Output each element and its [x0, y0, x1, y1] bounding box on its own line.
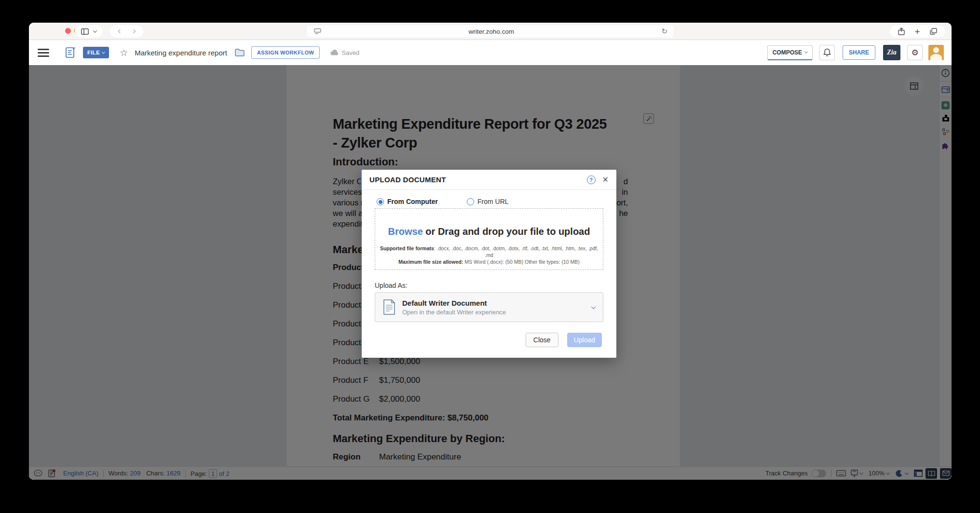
- help-icon[interactable]: ?: [587, 176, 596, 184]
- supported-formats: Supported file formats: .docx, .doc, .do…: [375, 245, 603, 258]
- gear-icon: ⚙: [911, 48, 918, 58]
- dropdown-chevron-icon: [591, 304, 596, 309]
- max-file-size: Maximum file size allowed: MS Word (.doc…: [375, 258, 603, 265]
- writer-document-icon: [383, 299, 395, 315]
- radio-from-computer[interactable]: From Computer: [377, 198, 438, 205]
- url-bar[interactable]: writer.zoho.com ↻: [306, 25, 674, 38]
- compose-label: COMPOSE: [773, 49, 802, 56]
- modal-title: UPLOAD DOCUMENT: [369, 176, 587, 184]
- reader-mode-icon[interactable]: [314, 28, 321, 34]
- radio-unselected-icon: [467, 198, 474, 205]
- source-radio-group: From Computer From URL: [377, 198, 616, 205]
- upload-button[interactable]: Upload: [567, 333, 602, 347]
- sidebar-toggle-group: [75, 25, 103, 38]
- browse-link[interactable]: Browse: [388, 226, 423, 237]
- close-button[interactable]: Close: [526, 333, 558, 347]
- save-status: Saved: [330, 49, 359, 56]
- sidebar-toggle-icon[interactable]: [81, 28, 89, 35]
- browser-window: writer.zoho.com ↻ + FILE ☆ Marketing exp…: [29, 23, 952, 480]
- settings-button[interactable]: ⚙: [907, 45, 923, 60]
- assign-workflow-button[interactable]: ASSIGN WORKFLOW: [251, 46, 320, 59]
- compose-chevron-icon: [804, 50, 808, 54]
- file-menu-button[interactable]: FILE: [83, 47, 109, 58]
- forward-icon[interactable]: [131, 29, 135, 33]
- zia-button[interactable]: Zia: [883, 45, 900, 60]
- url-text: writer.zoho.com: [321, 28, 661, 35]
- hamburger-menu-icon[interactable]: [38, 49, 49, 57]
- close-window-button[interactable]: [65, 28, 71, 34]
- cloud-icon: [330, 50, 339, 55]
- tab-group-chevron-icon[interactable]: [93, 28, 97, 32]
- chrome-right-buttons: +: [890, 25, 945, 38]
- file-dropzone[interactable]: Browse or Drag and drop your file to upl…: [375, 208, 603, 270]
- compose-button[interactable]: COMPOSE: [767, 45, 813, 60]
- document-title[interactable]: Marketing expenditure report: [135, 49, 227, 57]
- back-icon[interactable]: [118, 29, 122, 33]
- radio-selected-icon: [377, 198, 384, 205]
- workspace: Marketing Expenditure Report for Q3 2025…: [29, 65, 952, 480]
- bell-icon: [823, 48, 831, 57]
- dropdown-selected-title: Default Writer Document: [402, 299, 592, 307]
- document-compose-icon[interactable]: [66, 47, 76, 58]
- browser-chrome: writer.zoho.com ↻ +: [29, 23, 952, 40]
- tab-overview-icon[interactable]: [930, 28, 937, 35]
- notifications-button[interactable]: [819, 45, 835, 60]
- user-avatar[interactable]: [928, 45, 944, 60]
- upload-as-dropdown[interactable]: Default Writer Document Open in the defa…: [375, 292, 603, 322]
- nav-buttons: [109, 25, 144, 38]
- radio-from-url[interactable]: From URL: [467, 198, 509, 205]
- upload-as-label: Upload As:: [375, 282, 408, 289]
- favorite-star-icon[interactable]: ☆: [120, 48, 128, 57]
- save-status-label: Saved: [341, 49, 359, 56]
- modal-header: UPLOAD DOCUMENT ? ✕: [362, 170, 616, 190]
- dropzone-text: or Drag and drop your file to upload: [423, 226, 590, 237]
- upload-document-modal: UPLOAD DOCUMENT ? ✕ From Computer From U…: [362, 170, 616, 358]
- new-tab-icon[interactable]: +: [914, 27, 920, 36]
- file-chevron-icon: [102, 50, 105, 54]
- dropdown-selected-subtitle: Open in the default Writer experience: [402, 309, 592, 316]
- folder-icon[interactable]: [235, 49, 245, 56]
- writer-toolbar: FILE ☆ Marketing expenditure report ASSI…: [29, 40, 952, 65]
- share-button[interactable]: SHARE: [843, 45, 875, 60]
- share-page-icon[interactable]: [898, 27, 905, 35]
- refresh-icon[interactable]: ↻: [661, 27, 667, 36]
- file-menu-label: FILE: [87, 50, 100, 55]
- close-icon[interactable]: ✕: [602, 176, 609, 184]
